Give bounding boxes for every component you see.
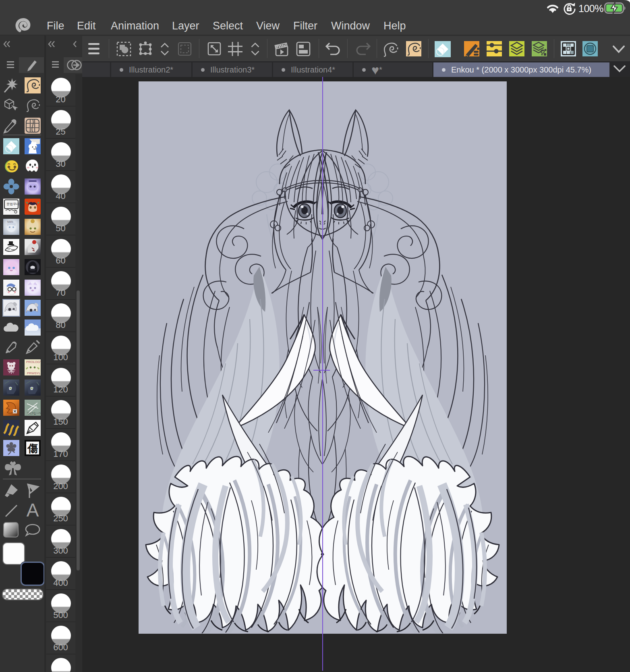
svg-text:PRWSYL: PRWSYL <box>27 371 41 375</box>
svg-text:つけな~ペン: つけな~ペン <box>27 411 41 415</box>
svg-text:PROLOGY: PROLOGY <box>26 360 41 364</box>
svg-text:문법무네: 문법무네 <box>6 202 19 206</box>
svg-text:MIRI: MIRI <box>7 220 13 223</box>
